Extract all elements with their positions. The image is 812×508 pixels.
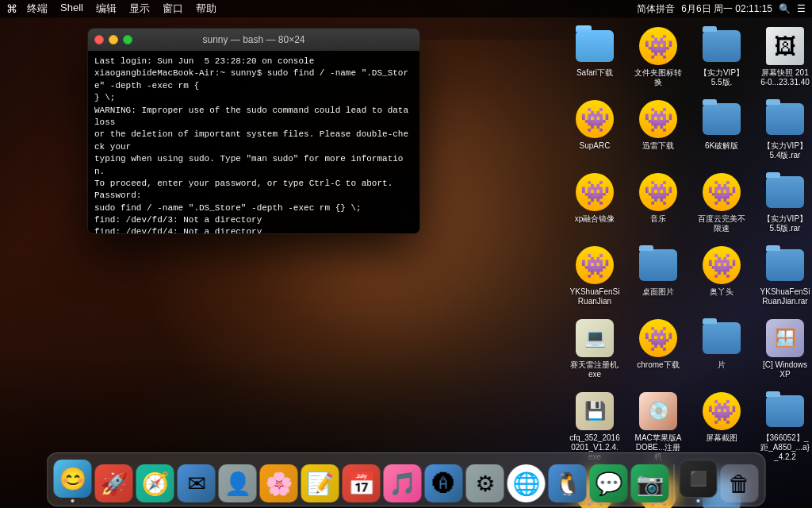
dock-wechat[interactable]: 💬: [590, 464, 628, 502]
facetime-icon: 📷: [631, 464, 669, 502]
terminal-line-7: typing when using sudo. Type "man sudo" …: [94, 153, 413, 178]
terminal-line-password: Password:: [94, 190, 413, 202]
dock-contacts[interactable]: 👤: [219, 464, 257, 502]
menu-items: 终端 Shell 编辑 显示 窗口 帮助: [27, 2, 216, 16]
language-indicator[interactable]: 简体拼音: [637, 2, 675, 16]
dock-qq[interactable]: 🐧: [549, 464, 587, 502]
dock-mail[interactable]: ✉: [178, 464, 216, 502]
desktop-icon-ykshua[interactable]: 👾 YKShuaFenSiRuanJian: [566, 243, 623, 310]
terminal-window[interactable]: sunny — bash — 80×24 Last login: Sun Jun…: [87, 28, 420, 234]
dock-divider: [674, 464, 675, 502]
terminal-icon: ⬛: [680, 460, 718, 498]
dock-facetime[interactable]: 📷: [631, 464, 669, 502]
dock-preferences[interactable]: ⚙: [466, 464, 504, 502]
dock-terminal[interactable]: ⬛: [680, 460, 718, 502]
desktop-icon-desktop-pics[interactable]: 桌面图片: [630, 243, 687, 310]
desktop-icon-tianmao[interactable]: 💻 赛天雷注册机.exe: [566, 316, 623, 383]
desktop-icon-6k[interactable]: 6K破解版: [693, 97, 750, 164]
dock-trash[interactable]: 🗑: [721, 464, 759, 502]
apple-menu[interactable]: ⌘: [6, 2, 17, 15]
dock-calendar[interactable]: 📅: [343, 464, 381, 502]
desktop-icon-file-convert[interactable]: 👾 文件夹图标转换: [630, 24, 687, 90]
dock-launchpad[interactable]: 🚀: [95, 464, 133, 502]
terminal-line-1: Last login: Sun Jun 5 23:28:20 on consol…: [94, 56, 413, 67]
photos-icon: 🌸: [260, 464, 298, 502]
desktop-icon-xp-mirror[interactable]: 👾 xp融合镜像: [566, 170, 623, 237]
minimize-button[interactable]: [109, 35, 118, 44]
dock-photos[interactable]: 🌸: [260, 464, 298, 502]
dock: 😊 🚀 🧭 ✉ 👤 🌸 📝 📅 🎵 🅐 ⚙ 🌐 🐧 💬 📷: [47, 452, 766, 506]
chrome-icon: 🌐: [508, 464, 546, 502]
window-controls: [94, 35, 132, 44]
menu-terminal[interactable]: 终端: [27, 2, 48, 16]
terminal-line-11: sudo find / -name ".DS_Store" -depth -ex…: [94, 202, 413, 214]
terminal-active-dot: [697, 499, 700, 502]
notes-icon: 📝: [301, 464, 339, 502]
trash-icon: 🗑: [721, 464, 759, 502]
notification-icon[interactable]: ☰: [797, 3, 806, 14]
dock-appstore[interactable]: 🅐: [425, 464, 463, 502]
menu-shell[interactable]: Shell: [60, 2, 83, 16]
appstore-icon: 🅐: [425, 464, 463, 502]
terminal-titlebar: sunny — bash — 80×24: [88, 29, 419, 51]
desktop-icon-winxp[interactable]: 🪟 [C] Windows XP: [756, 316, 812, 383]
desktop-icon-xunlei[interactable]: 👾 迅雷下载: [630, 97, 687, 164]
datetime-display: 6月6日 周一 02:11:15: [681, 2, 772, 16]
desktop-icon-ykshua2[interactable]: YKShuaFenSiRuanJian.rar: [756, 243, 812, 310]
menu-window[interactable]: 窗口: [163, 2, 183, 16]
desktop-icon-vip55[interactable]: 【实力VIP】5.5版.: [693, 24, 750, 90]
maximize-button[interactable]: [123, 35, 132, 44]
menu-help[interactable]: 帮助: [196, 2, 216, 16]
desktop-icon-safari-download[interactable]: Safari下载: [566, 24, 623, 90]
menu-view[interactable]: 显示: [129, 2, 150, 16]
terminal-line-2: xiaogangbideMacBook-Air:~ sunny$ sudo fi…: [94, 67, 413, 92]
finder-active-dot: [71, 499, 75, 502]
terminal-line-13: find: /dev/fd/4: Not a directory: [94, 226, 413, 233]
terminal-line-12: find: /dev/fd/3: Not a directory: [94, 214, 413, 226]
search-icon[interactable]: 🔍: [779, 3, 791, 14]
desktop-icon-pian[interactable]: 片: [693, 316, 750, 383]
safari-icon: 🧭: [136, 464, 174, 502]
menu-edit[interactable]: 编辑: [96, 2, 117, 16]
desktop-icon-vip55b[interactable]: 【实力VIP】5.5版.rar: [756, 170, 812, 237]
menubar: ⌘ 终端 Shell 编辑 显示 窗口 帮助 简体拼音 6月6日 周一 02:1…: [0, 0, 812, 17]
close-button[interactable]: [94, 35, 104, 44]
terminal-line-9: To proceed, enter your password, or type…: [94, 178, 413, 190]
desktop-icon-music[interactable]: 👾 音乐: [630, 170, 687, 237]
wechat-icon: 💬: [590, 464, 628, 502]
mail-icon: ✉: [178, 464, 216, 502]
qq-icon: 🐧: [549, 464, 587, 502]
dock-notes[interactable]: 📝: [301, 464, 339, 502]
launchpad-icon: 🚀: [95, 464, 133, 502]
terminal-content-area[interactable]: Last login: Sun Jun 5 23:28:20 on consol…: [88, 51, 419, 233]
desktop-icon-win-app[interactable]: 【366052】_距_A850_...a}_4.2.2: [756, 389, 812, 465]
contacts-icon: 👤: [219, 464, 257, 502]
terminal-line-5: WARNING: Improper use of the sudo comman…: [94, 105, 413, 129]
desktop-icon-axe[interactable]: 👾 奥丫头: [693, 243, 750, 310]
dock-finder[interactable]: 😊: [54, 460, 92, 502]
desktop-icon-baidu[interactable]: 👾 百度云完美不限速: [693, 170, 750, 237]
desktop-icon-screenshot[interactable]: 🖼 屏幕快照 2016-0...23.31.40: [756, 24, 812, 90]
dock-music[interactable]: 🎵: [384, 464, 422, 502]
desktop-icon-suparc[interactable]: 👾 SupARC: [566, 97, 623, 164]
menu-right: 简体拼音 6月6日 周一 02:11:15 🔍 ☰: [637, 2, 806, 16]
dock-safari[interactable]: 🧭: [136, 464, 174, 502]
desktop-icons-grid: Safari下载 👾 文件夹图标转换 【实力VIP】5.5版. 🖼 屏幕快照 2…: [566, 24, 804, 508]
preferences-icon: ⚙: [466, 464, 504, 502]
terminal-line-3: } \;: [94, 92, 413, 104]
dock-chrome[interactable]: 🌐: [508, 464, 546, 502]
desktop-icon-vip54rar[interactable]: 【实力VIP】5.4版.rar: [756, 97, 812, 164]
music-icon: 🎵: [384, 464, 422, 502]
calendar-icon: 📅: [343, 464, 381, 502]
finder-icon: 😊: [54, 460, 92, 498]
terminal-title: sunny — bash — 80×24: [202, 34, 304, 45]
terminal-line-6: or the deletion of important system file…: [94, 129, 413, 153]
desktop-icon-chrome-dl[interactable]: 👾 chrome下载: [630, 316, 687, 383]
